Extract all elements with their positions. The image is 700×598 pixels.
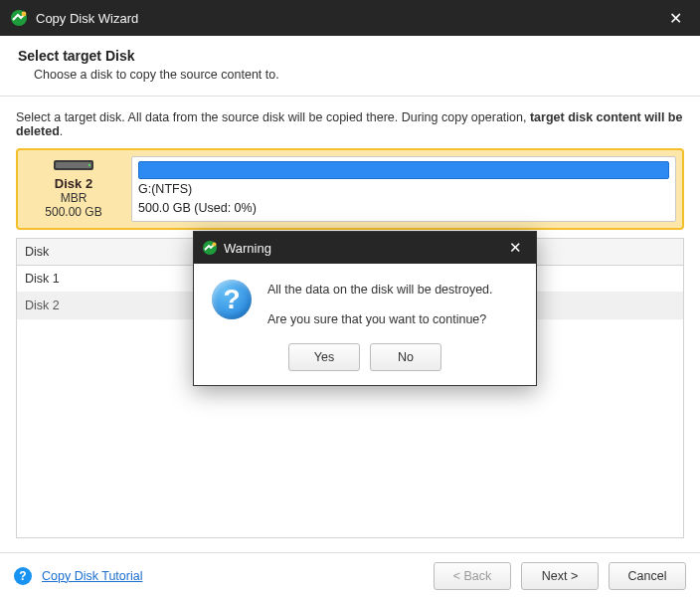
warning-dialog: Warning ✕ ? All the data on the disk wil… bbox=[193, 231, 537, 386]
instruction-text: Select a target disk. All data from the … bbox=[16, 110, 684, 138]
partition-bar bbox=[138, 161, 669, 179]
titlebar: Copy Disk Wizard ✕ bbox=[0, 0, 700, 36]
instruction-pre: Select a target disk. All data from the … bbox=[16, 110, 530, 124]
dialog-buttons: Yes No bbox=[194, 343, 536, 385]
selected-disk-name: Disk 2 bbox=[55, 176, 92, 191]
partition-size: 500.0 GB (Used: 0%) bbox=[138, 200, 669, 217]
cell-disk: Disk 2 bbox=[17, 293, 196, 318]
cell-disk: Disk 1 bbox=[17, 266, 196, 292]
dialog-app-icon bbox=[202, 240, 218, 256]
yes-button[interactable]: Yes bbox=[288, 343, 360, 371]
dialog-close-button[interactable]: ✕ bbox=[503, 236, 528, 260]
wizard-window: Copy Disk Wizard ✕ Select target Disk Ch… bbox=[0, 0, 700, 598]
dialog-line2: Are you sure that you want to continue? bbox=[267, 309, 493, 329]
selected-disk-card[interactable]: Disk 2 MBR 500.00 GB G:(NTFS) 500.0 GB (… bbox=[16, 148, 684, 230]
dialog-text: All the data on the disk will be destroy… bbox=[267, 280, 493, 329]
dialog-title: Warning bbox=[224, 241, 271, 256]
help-icon[interactable]: ? bbox=[14, 567, 32, 585]
app-icon bbox=[10, 9, 28, 27]
question-icon: ? bbox=[212, 280, 252, 319]
svg-point-4 bbox=[88, 164, 90, 166]
svg-point-1 bbox=[22, 12, 27, 17]
selected-disk-partition: G:(NTFS) 500.0 GB (Used: 0%) bbox=[131, 156, 676, 222]
wizard-footer: ? Copy Disk Tutorial < Back Next > Cance… bbox=[0, 552, 700, 598]
window-close-button[interactable]: ✕ bbox=[661, 5, 690, 32]
col-disk[interactable]: Disk bbox=[17, 239, 196, 265]
instruction-period: . bbox=[60, 124, 63, 138]
cancel-button[interactable]: Cancel bbox=[609, 562, 686, 590]
page-title: Select target Disk bbox=[18, 48, 682, 64]
no-button[interactable]: No bbox=[370, 343, 441, 371]
next-button[interactable]: Next > bbox=[521, 562, 599, 590]
dialog-body: ? All the data on the disk will be destr… bbox=[194, 264, 536, 343]
dialog-line1: All the data on the disk will be destroy… bbox=[267, 280, 493, 299]
tutorial-link[interactable]: Copy Disk Tutorial bbox=[42, 569, 142, 583]
dialog-titlebar: Warning ✕ bbox=[194, 232, 536, 264]
svg-rect-3 bbox=[56, 162, 91, 168]
selected-disk-type: MBR bbox=[61, 191, 88, 205]
wizard-header: Select target Disk Choose a disk to copy… bbox=[0, 36, 700, 97]
page-subtitle: Choose a disk to copy the source content… bbox=[34, 68, 682, 82]
back-button[interactable]: < Back bbox=[434, 562, 511, 590]
svg-point-6 bbox=[213, 243, 217, 247]
hdd-icon bbox=[54, 158, 93, 172]
window-title: Copy Disk Wizard bbox=[36, 11, 138, 26]
selected-disk-size: 500.00 GB bbox=[45, 205, 101, 219]
selected-disk-summary: Disk 2 MBR 500.00 GB bbox=[24, 156, 123, 222]
partition-label: G:(NTFS) bbox=[138, 181, 669, 198]
